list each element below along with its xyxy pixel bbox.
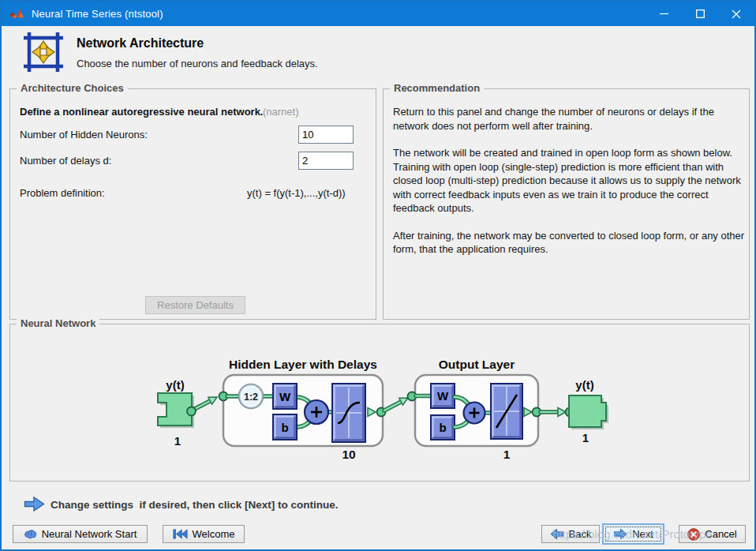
output-sum-icon	[464, 403, 485, 424]
cancel-button[interactable]: Cancel	[679, 525, 746, 543]
delay-range-label: 1:2	[244, 392, 258, 403]
minimize-icon	[660, 9, 668, 18]
panel-architecture-title: Architecture Choices	[17, 82, 128, 94]
matlab-logo-icon	[9, 7, 24, 21]
neural-network-start-button[interactable]: Neural Network Start	[13, 525, 148, 543]
input-signal-label: y(t)	[166, 378, 184, 392]
next-step-arrow-icon	[24, 496, 45, 512]
delays-input[interactable]	[298, 152, 354, 170]
output-signal-size-label: 1	[582, 431, 589, 444]
input-size-label: 1	[174, 434, 181, 448]
output-bias-box: b	[431, 415, 455, 440]
output-layer-title: Output Layer	[439, 358, 515, 371]
output-weight-label: W	[437, 389, 449, 403]
back-arrow-icon	[550, 528, 564, 540]
back-button[interactable]: Back	[541, 525, 600, 543]
recommendation-paragraph: After training, the network may be conve…	[393, 229, 748, 257]
recommendation-text: Return to this panel and change the numb…	[393, 105, 748, 270]
network-diagram: Hidden Layer with Delays Output Layer y(…	[10, 334, 750, 481]
output-weight-box: W	[431, 384, 455, 408]
tapped-delay-icon: 1:2	[239, 384, 264, 409]
panel-neural-network: Neural Network Hidden Layer with Delays …	[9, 324, 750, 482]
welcome-label: Welcome	[193, 528, 235, 540]
hidden-layer-size-label: 10	[342, 448, 355, 461]
output-signal-label: y(t)	[575, 378, 593, 392]
window-controls	[646, 2, 754, 26]
restore-defaults-button[interactable]: Restore Defaults	[145, 296, 245, 314]
maximize-button[interactable]	[682, 2, 718, 26]
hidden-sum-icon	[305, 400, 328, 424]
hidden-neurons-label: Number of Hidden Neurons:	[20, 129, 148, 141]
recommendation-paragraph: Return to this panel and change the numb…	[393, 105, 748, 133]
panel-neural-network-title: Neural Network	[17, 317, 99, 329]
hidden-layer-title: Hidden Layer with Delays	[229, 358, 377, 371]
recommendation-paragraph: The network will be created and trained …	[393, 146, 748, 216]
hidden-weight-label: W	[279, 390, 291, 403]
cancel-label: Cancel	[705, 528, 736, 540]
titlebar: Neural Time Series (ntstool)	[2, 2, 754, 26]
network-type-tag: (narnet)	[263, 106, 299, 118]
hidden-transfer-function-icon	[332, 384, 365, 442]
welcome-button[interactable]: Welcome	[163, 525, 245, 543]
output-transfer-function-icon	[491, 384, 522, 439]
brain-icon	[24, 529, 37, 540]
panel-architecture-choices: Architecture Choices Define a nonlinear …	[9, 88, 376, 320]
minimize-button[interactable]	[646, 2, 682, 26]
panel-recommendation-title: Recommendation	[390, 82, 484, 94]
cancel-icon	[687, 528, 700, 541]
panel-recommendation: Recommendation Return to this panel and …	[383, 88, 750, 320]
network-architecture-icon	[22, 31, 65, 73]
page-title: Network Architecture	[77, 36, 204, 51]
hidden-neurons-input[interactable]	[298, 126, 354, 144]
neural-network-start-label: Neural Network Start	[42, 528, 137, 540]
page-subtitle: Choose the number of neurons and feedbac…	[77, 58, 318, 69]
next-label: Next	[632, 528, 653, 540]
maximize-icon	[696, 9, 705, 18]
hidden-weight-box: W	[273, 384, 297, 409]
problem-definition-formula: y(t) = f(y(t-1),...,y(t-d))	[247, 187, 346, 199]
next-arrow-icon	[613, 528, 627, 540]
delays-label: Number of delays d:	[20, 155, 111, 167]
back-label: Back	[569, 528, 592, 540]
next-button[interactable]: Next	[602, 523, 664, 545]
hidden-bias-box: b	[273, 414, 297, 440]
close-button[interactable]	[718, 2, 754, 26]
footer-message: Change settings if desired, then click […	[51, 499, 339, 511]
problem-definition-label: Problem definition:	[20, 187, 105, 199]
output-block	[569, 395, 608, 429]
window-title: Neural Time Series (ntstool)	[32, 8, 163, 20]
close-icon	[732, 9, 741, 19]
ntstool-window: Neural Time Series (ntstool) Network Arc…	[0, 0, 756, 551]
output-bias-label: b	[439, 421, 446, 434]
output-layer-size-label: 1	[503, 448, 511, 461]
architecture-description: Define a nonlinear autoregressive neural…	[20, 106, 263, 118]
rewind-to-start-icon	[173, 528, 188, 540]
hidden-bias-label: b	[281, 421, 288, 434]
